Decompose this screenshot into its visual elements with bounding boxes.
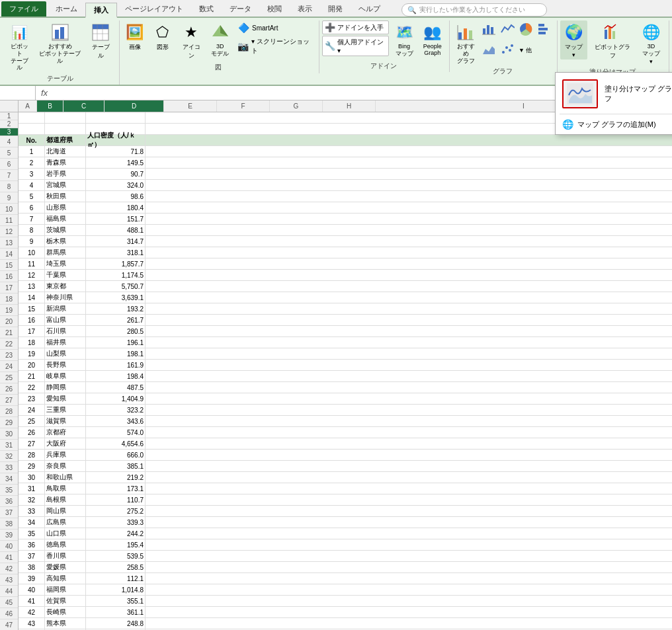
col-header-D: D bbox=[105, 100, 164, 112]
3d-map-button[interactable]: 🌐 3Dマップ ▾ bbox=[638, 20, 665, 66]
tab-help[interactable]: ヘルプ bbox=[351, 1, 388, 17]
table-row[interactable]: 25滋賀県343.6 bbox=[19, 416, 672, 427]
table-row[interactable]: 28兵庫県666.0 bbox=[19, 450, 672, 461]
table-row[interactable]: 39高知県112.1 bbox=[19, 573, 672, 584]
table-row[interactable]: 15新潟県193.2 bbox=[19, 303, 672, 315]
table-row[interactable]: 2青森県149.5 bbox=[19, 157, 672, 169]
table-row[interactable]: 18福井県196.1 bbox=[19, 337, 672, 348]
svg-point-26 bbox=[502, 51, 505, 54]
fx-label: fx bbox=[36, 88, 53, 98]
tab-page-layout[interactable]: ページレイアウト bbox=[117, 1, 191, 17]
table-row[interactable]: 17石川県280.5 bbox=[19, 326, 672, 337]
table-row[interactable]: 41佐賀県355.1 bbox=[19, 596, 672, 607]
svg-point-27 bbox=[505, 46, 508, 49]
table-row[interactable]: 4宮城県324.0 bbox=[19, 180, 672, 191]
table-row[interactable]: 34広島県339.3 bbox=[19, 517, 672, 528]
tab-home[interactable]: ホーム bbox=[48, 1, 85, 17]
add-map-chart-option[interactable]: 🌐 マップ グラフの追加(M) bbox=[560, 117, 672, 132]
people-graph-button[interactable]: 👥 PeopleGraph bbox=[419, 20, 445, 58]
table-row[interactable]: 26京都府574.0 bbox=[19, 427, 672, 438]
table-row[interactable]: 11埼玉県1,857.7 bbox=[19, 258, 672, 270]
prefecture-header: 都道府県 bbox=[45, 135, 86, 146]
recommended-pivot-button[interactable]: おすすめピボットテーブル bbox=[34, 20, 85, 65]
recommended-chart-button[interactable]: おすすめグラフ bbox=[452, 20, 479, 65]
get-addin-button[interactable]: ➕アドインを入手 bbox=[322, 20, 388, 34]
table-row[interactable]: 32島根県110.7 bbox=[19, 494, 672, 506]
table-row[interactable]: 36徳島県195.4 bbox=[19, 539, 672, 551]
table-row[interactable]: 38愛媛県258.5 bbox=[19, 562, 672, 573]
table-row[interactable]: 13東京都5,750.7 bbox=[19, 281, 672, 292]
icon-button[interactable]: ★ アイコン bbox=[177, 20, 205, 61]
tab-review[interactable]: 校閲 bbox=[259, 1, 290, 17]
tab-formula[interactable]: 数式 bbox=[191, 1, 222, 17]
table-row[interactable]: 35山口県244.2 bbox=[19, 528, 672, 539]
table-row[interactable]: 7福島県151.7 bbox=[19, 214, 672, 225]
line-chart-button[interactable] bbox=[499, 20, 516, 40]
3d-model-button[interactable]: 3Dモデル bbox=[207, 20, 233, 59]
svg-point-29 bbox=[511, 44, 513, 47]
table-row[interactable]: 6山形県180.4 bbox=[19, 202, 672, 214]
other-chart-button[interactable]: ▼ 他 bbox=[517, 41, 533, 59]
tab-insert[interactable]: 挿入 bbox=[85, 3, 117, 18]
table-row[interactable]: 5秋田県98.6 bbox=[19, 191, 672, 202]
row-numbers: 1 2 3 4567891011121314151617181920212223… bbox=[0, 112, 19, 630]
table-row[interactable]: 33岡山県275.2 bbox=[19, 506, 672, 517]
table-row[interactable]: 16富山県261.7 bbox=[19, 315, 672, 326]
svg-rect-1 bbox=[55, 30, 59, 39]
cell-reference[interactable] bbox=[3, 86, 36, 100]
col-header-G: G bbox=[270, 100, 323, 112]
bing-maps-button[interactable]: 🗺️ Bingマップ bbox=[392, 20, 417, 59]
table-row[interactable]: 37香川県539.5 bbox=[19, 551, 672, 562]
table-row[interactable]: 20長野県161.9 bbox=[19, 360, 672, 371]
smartart-button[interactable]: 🔷 SmartArt bbox=[235, 20, 315, 35]
table-row[interactable]: 31鳥取県173.1 bbox=[19, 483, 672, 494]
table-row[interactable]: 14神奈川県3,639.1 bbox=[19, 292, 672, 303]
no-header: No. bbox=[19, 135, 45, 146]
table-row[interactable]: 29奈良県385.1 bbox=[19, 461, 672, 472]
table-row[interactable]: 22静岡県487.5 bbox=[19, 382, 672, 393]
bar-chart-button[interactable] bbox=[536, 20, 553, 40]
svg-rect-14 bbox=[469, 30, 472, 40]
table-row[interactable]: 30和歌山県219.2 bbox=[19, 472, 672, 483]
table-row[interactable]: 12千葉県1,174.5 bbox=[19, 270, 672, 281]
pivot-table-button[interactable]: 📊 ピボットテーブル bbox=[5, 20, 33, 73]
search-box[interactable]: 🔍 実行したい作業を入力してください bbox=[401, 3, 547, 17]
table-row[interactable]: 24三重県323.2 bbox=[19, 405, 672, 416]
personal-addin-button[interactable]: 🔧個人用アドイン ▾ bbox=[322, 36, 388, 56]
table-row[interactable]: 3岩手県90.7 bbox=[19, 169, 672, 180]
svg-rect-19 bbox=[491, 27, 493, 34]
pie-chart-button[interactable] bbox=[517, 20, 534, 40]
map-dropdown-chart-label: 塗り分けマップ グラフ bbox=[605, 84, 672, 104]
pivot-graph-button[interactable]: ピボットグラフ bbox=[590, 20, 635, 61]
map-button[interactable]: 🌍 マップ ▾ bbox=[560, 20, 587, 59]
ribbon-group-addin: ➕アドインを入手 🔧個人用アドイン ▾ 🗺️ Bingマップ 👥 PeopleG… bbox=[319, 20, 450, 72]
map-chart-icon bbox=[562, 79, 598, 108]
tab-file[interactable]: ファイル bbox=[1, 1, 46, 17]
area-chart-button[interactable] bbox=[480, 41, 497, 59]
table-row[interactable]: 42長崎県361.1 bbox=[19, 607, 672, 618]
table-row[interactable]: 40福岡県1,014.8 bbox=[19, 584, 672, 596]
table-row[interactable]: 19山梨県198.1 bbox=[19, 348, 672, 360]
scatter-chart-button[interactable] bbox=[499, 41, 516, 59]
table-button[interactable]: テーブル bbox=[87, 20, 114, 61]
table-row[interactable]: 23愛知県1,404.9 bbox=[19, 393, 672, 405]
image-button[interactable]: 🖼️ 画像 bbox=[122, 20, 148, 53]
map-dropdown: 塗り分けマップ グラフ 🌐 マップ グラフの追加(M) bbox=[555, 72, 672, 135]
tab-view[interactable]: 表示 bbox=[290, 1, 320, 17]
svg-rect-5 bbox=[93, 24, 108, 29]
tab-data[interactable]: データ bbox=[222, 1, 259, 17]
table-row[interactable]: 21岐阜県198.4 bbox=[19, 371, 672, 382]
table-row[interactable]: 10群馬県318.1 bbox=[19, 247, 672, 258]
table-row[interactable]: 1北海道71.8 bbox=[19, 146, 672, 157]
header-row: No. 都道府県 人口密度（人/ｋ㎡） bbox=[19, 135, 672, 146]
table-row[interactable]: 27大阪府4,654.6 bbox=[19, 438, 672, 450]
tab-dev[interactable]: 開発 bbox=[320, 1, 351, 17]
table-row[interactable]: 43熊本県248.8 bbox=[19, 618, 672, 629]
table-row[interactable]: 9栃木県314.7 bbox=[19, 236, 672, 247]
screenshot-button[interactable]: 📷 ▾ スクリーンショット bbox=[235, 36, 315, 56]
column-chart-button[interactable] bbox=[480, 20, 497, 40]
table-row[interactable]: 8茨城県488.1 bbox=[19, 225, 672, 236]
shape-button[interactable]: ⬠ 図形 bbox=[149, 20, 175, 53]
smartart-screennshot-group: 🔷 SmartArt 📷 ▾ スクリーンショット bbox=[235, 20, 315, 56]
map-dropdown-chart-option[interactable]: 塗り分けマップ グラフ bbox=[560, 77, 672, 111]
